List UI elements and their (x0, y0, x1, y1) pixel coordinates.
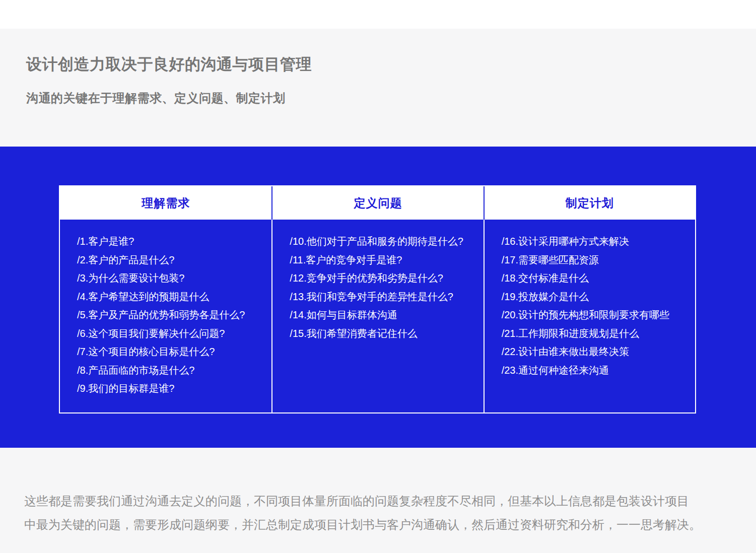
intro-section: 设计创造力取决于良好的沟通与项目管理 沟通的关键在于理解需求、定义问题、制定计划 (0, 29, 756, 147)
question-item: /15.我们希望消费者记住什么 (290, 324, 476, 343)
question-item: /7.这个项目的核心目标是什么? (77, 342, 264, 361)
questions-table: 理解需求 /1.客户是谁? /2.客户的产品是什么? /3.为什么需要设计包装?… (59, 185, 696, 413)
summary-section: 这些都是需要我们通过沟通去定义的问题，不同项目体量所面临的问题复杂程度不尽相同，… (0, 448, 756, 553)
question-item: /13.我们和竞争对手的差异性是什么? (290, 288, 476, 306)
question-item: /14.如何与目标群体沟通 (290, 306, 476, 324)
table-column-make-plans: 制定计划 /16.设计采用哪种方式来解决 /17.需要哪些匹配资源 /18.交付… (484, 186, 695, 412)
question-item: /5.客户及产品的优势和弱势各是什么? (77, 306, 264, 324)
summary-line: 这些都是需要我们通过沟通去定义的问题，不同项目体量所面临的问题复杂程度不尽相同，… (24, 489, 736, 513)
table-column-understand-needs: 理解需求 /1.客户是谁? /2.客户的产品是什么? /3.为什么需要设计包装?… (60, 186, 271, 412)
question-item: /1.客户是谁? (77, 232, 264, 251)
column-header-define-problems: 定义问题 (271, 186, 483, 220)
question-item: /21.工作期限和进度规划是什么 (502, 324, 688, 343)
question-item: /17.需要哪些匹配资源 (502, 251, 688, 269)
question-item: /18.交付标准是什么 (502, 269, 688, 288)
page: 设计创造力取决于良好的沟通与项目管理 沟通的关键在于理解需求、定义问题、制定计划… (0, 0, 756, 553)
column-body-understand-needs: /1.客户是谁? /2.客户的产品是什么? /3.为什么需要设计包装? /4.客… (60, 220, 271, 412)
column-body-define-problems: /10.他们对于产品和服务的期待是什么? /11.客户的竞争对手是谁? /12.… (271, 220, 483, 412)
column-header-make-plans: 制定计划 (484, 186, 695, 220)
question-item: /16.设计采用哪种方式来解决 (502, 232, 688, 251)
summary-line: 中最为关键的问题，需要形成问题纲要，并汇总制定成项目计划书与客户沟通确认，然后通… (24, 513, 736, 536)
question-item: /20.设计的预先构想和限制要求有哪些 (502, 306, 688, 324)
page-subtitle: 沟通的关键在于理解需求、定义问题、制定计划 (26, 90, 756, 106)
table-column-define-problems: 定义问题 /10.他们对于产品和服务的期待是什么? /11.客户的竞争对手是谁?… (271, 186, 483, 412)
question-item: /4.客户希望达到的预期是什么 (77, 288, 264, 306)
question-item: /6.这个项目我们要解决什么问题? (77, 324, 264, 343)
question-item: /2.客户的产品是什么? (77, 251, 264, 269)
column-header-understand-needs: 理解需求 (60, 186, 271, 220)
column-body-make-plans: /16.设计采用哪种方式来解决 /17.需要哪些匹配资源 /18.交付标准是什么… (484, 220, 695, 412)
question-item: /19.投放媒介是什么 (502, 288, 688, 306)
question-item: /8.产品面临的市场是什么? (77, 361, 264, 380)
question-item: /22.设计由谁来做出最终决策 (502, 342, 688, 361)
question-item: /11.客户的竞争对手是谁? (290, 251, 476, 269)
question-item: /12.竞争对手的优势和劣势是什么? (290, 269, 476, 288)
questions-section: 理解需求 /1.客户是谁? /2.客户的产品是什么? /3.为什么需要设计包装?… (0, 147, 756, 448)
question-item: /9.我们的目标群是谁? (77, 379, 264, 398)
question-item: /23.通过何种途径来沟通 (502, 361, 688, 380)
summary-paragraph: 这些都是需要我们通过沟通去定义的问题，不同项目体量所面临的问题复杂程度不尽相同，… (24, 489, 736, 536)
question-item: /10.他们对于产品和服务的期待是什么? (290, 232, 476, 251)
question-item: /3.为什么需要设计包装? (77, 269, 264, 288)
page-title: 设计创造力取决于良好的沟通与项目管理 (26, 54, 756, 75)
